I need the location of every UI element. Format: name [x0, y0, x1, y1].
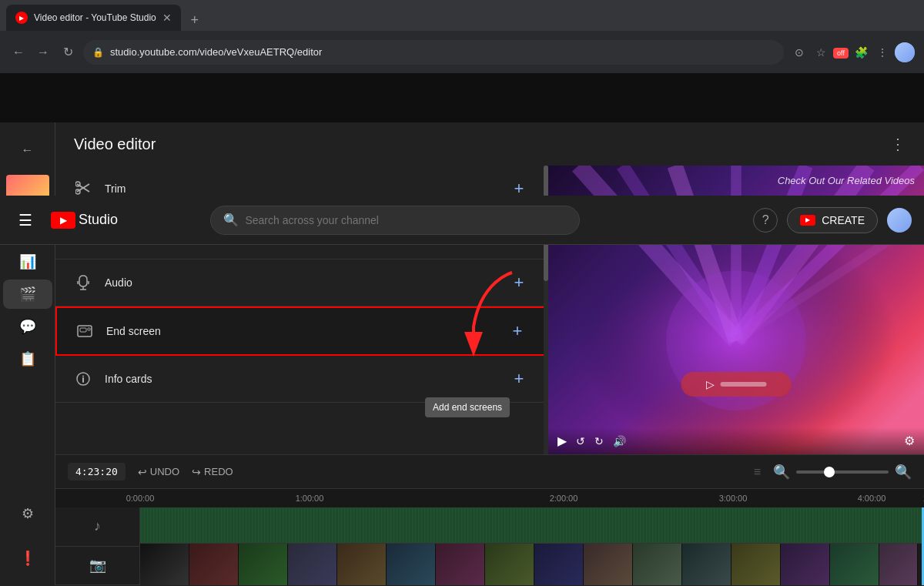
zoom-out-button[interactable]: 🔍 — [773, 464, 790, 481]
end-screen-add-button[interactable]: + — [507, 320, 528, 342]
video-settings-button[interactable]: ⚙ — [904, 434, 915, 448]
youtube-icon — [51, 212, 75, 229]
tooltip-add-end-screens: Add end screens — [425, 397, 510, 417]
video-thumb-8 — [485, 544, 534, 585]
end-btn-bar — [721, 382, 767, 387]
cast-button[interactable]: ⊙ — [790, 43, 808, 62]
timeline-divider: ≡ — [754, 465, 761, 479]
tool-item-end-screen[interactable]: End screen + — [55, 306, 548, 356]
extension-button[interactable]: off — [833, 48, 849, 59]
zoom-handle[interactable] — [824, 467, 835, 477]
audio-track-label: ♪ — [55, 507, 139, 547]
browser-controls: ← → ↻ 🔒 studio.youtube.com/video/veVxeuA… — [0, 31, 924, 73]
search-input[interactable] — [245, 214, 567, 226]
new-tab-button[interactable]: + — [184, 9, 206, 31]
refresh-button[interactable]: ↻ — [59, 43, 77, 62]
browser-actions: ⊙ ☆ off 🧩 ⋮ — [790, 42, 915, 62]
video-thumb-11 — [633, 544, 682, 585]
play-button[interactable]: ▶ — [557, 434, 567, 448]
profile-image — [895, 42, 915, 62]
ruler-mark-1: 1:00:00 — [296, 494, 324, 503]
timeline: 4:23:20 ↩ UNDO ↪ REDO ≡ 🔍 — [55, 454, 924, 585]
user-avatar[interactable] — [887, 208, 912, 233]
zoom-slider[interactable] — [796, 470, 889, 474]
hamburger-menu[interactable]: ☰ — [12, 205, 38, 236]
undo-button[interactable]: ↩ UNDO — [138, 466, 179, 478]
camera-icon: 📷 — [89, 557, 106, 574]
video-thumb-14 — [781, 544, 830, 585]
comments-icon: 💬 — [19, 318, 36, 335]
main-content: Video editor ⋮ — [55, 122, 924, 585]
extensions-button[interactable]: 🧩 — [852, 43, 870, 62]
tab-close-button[interactable]: ✕ — [162, 12, 172, 24]
undo-icon: ↩ — [138, 466, 147, 478]
video-thumb-16 — [879, 544, 918, 585]
sidebar-item-comments[interactable]: 💬 — [3, 312, 52, 341]
redo-button[interactable]: ↪ REDO — [192, 466, 233, 478]
more-options-button[interactable]: ⋮ — [890, 135, 906, 153]
video-thumb-1 — [140, 544, 189, 585]
video-thumb-3 — [239, 544, 288, 585]
browser-menu-button[interactable]: ⋮ — [873, 43, 892, 62]
address-bar[interactable]: 🔒 studio.youtube.com/video/veVxeuAETRQ/e… — [83, 40, 784, 65]
video-thumb-12 — [682, 544, 732, 585]
forward-button[interactable]: ↻ — [594, 435, 604, 447]
video-thumbnails — [140, 544, 924, 585]
back-nav-button[interactable]: ← — [9, 43, 28, 62]
back-button[interactable]: ← — [12, 135, 43, 166]
timeline-tracks: ♪ 📷 — [55, 507, 924, 585]
tool-item-info-cards[interactable]: Info cards + — [55, 356, 548, 403]
info-cards-add-button[interactable]: + — [508, 368, 530, 390]
zoom-in-button[interactable]: 🔍 — [895, 464, 912, 481]
video-thumb-4 — [288, 544, 337, 585]
lock-icon: 🔒 — [92, 47, 104, 58]
tab-title: Video editor - YouTube Studio — [34, 12, 156, 23]
tool-item-audio[interactable]: Audio + — [55, 260, 548, 306]
video-track-label: 📷 — [55, 547, 139, 586]
svg-rect-16 — [80, 328, 86, 332]
trim-label: Trim — [105, 182, 508, 195]
tab-favicon — [15, 12, 28, 24]
end-screen-label: End screen — [106, 325, 507, 337]
page-header: Video editor ⋮ — [55, 122, 924, 166]
audio-icon — [74, 273, 92, 292]
create-button[interactable]: CREATE — [787, 207, 878, 233]
volume-button[interactable]: 🔊 — [613, 435, 626, 447]
analytics-icon: 📊 — [19, 253, 36, 270]
redo-label: REDO — [204, 466, 233, 477]
sidebar-item-analytics[interactable]: 📊 — [3, 247, 52, 276]
profile-button[interactable] — [895, 42, 915, 62]
top-nav: ☰ Studio 🔍 ? CREATE — [0, 196, 924, 245]
video-controls: ▶ ↺ ↻ 🔊 ⚙ — [548, 427, 924, 454]
yt-logo[interactable]: Studio — [51, 212, 118, 229]
rewind-button[interactable]: ↺ — [576, 435, 585, 447]
video-track[interactable] — [140, 544, 924, 585]
page-title: Video editor — [74, 136, 156, 153]
sidebar-item-feedback[interactable]: ❗ — [3, 544, 52, 573]
sidebar-item-settings[interactable]: ⚙ — [3, 499, 52, 528]
track-content — [140, 507, 924, 585]
zoom-controls: 🔍 🔍 — [773, 464, 912, 481]
audio-track[interactable] — [140, 507, 924, 544]
forward-nav-button[interactable]: → — [34, 43, 52, 62]
video-end-screen-button[interactable]: ▷ — [681, 372, 792, 397]
active-tab[interactable]: Video editor - YouTube Studio ✕ — [6, 5, 181, 31]
sidebar-item-videos[interactable]: 🎬 — [3, 280, 52, 309]
help-button[interactable]: ? — [753, 208, 778, 233]
create-label: CREATE — [822, 214, 865, 226]
sidebar-item-subtitles[interactable]: 📋 — [3, 344, 52, 373]
video-thumb-6 — [387, 544, 436, 585]
search-bar[interactable]: 🔍 — [210, 206, 580, 235]
videos-icon: 🎬 — [19, 286, 36, 303]
video-thumb-13 — [732, 544, 781, 585]
audio-waveform — [140, 507, 924, 543]
redo-icon: ↪ — [192, 466, 201, 478]
subtitles-icon: 📋 — [19, 350, 36, 367]
sidebar: ← ✏ 📊 🎬 💬 📋 ⚙ — [0, 122, 55, 585]
bookmark-button[interactable]: ☆ — [812, 43, 830, 62]
ruler-mark-4: 4:00:00 — [858, 494, 886, 503]
timeline-toolbar: 4:23:20 ↩ UNDO ↪ REDO ≡ 🔍 — [55, 455, 924, 489]
audio-add-button[interactable]: + — [508, 272, 530, 293]
help-icon: ? — [762, 213, 769, 227]
video-thumb-10 — [584, 544, 633, 585]
